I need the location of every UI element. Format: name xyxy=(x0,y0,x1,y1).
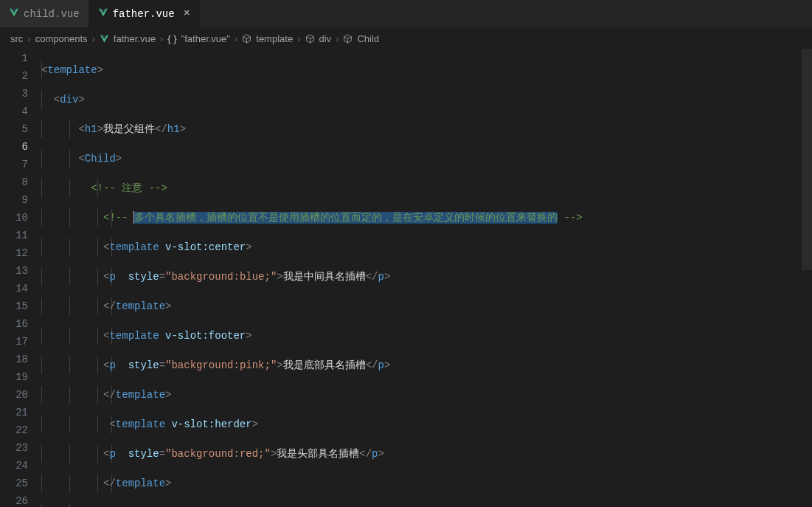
line-number: 3 xyxy=(0,85,41,103)
line-number: 6 xyxy=(0,138,41,156)
p-text: 我是中间具名插槽 xyxy=(283,271,366,283)
line-number: 21 xyxy=(0,404,41,421)
tab-father[interactable]: father.vue × xyxy=(89,0,200,27)
vue-icon xyxy=(9,7,19,21)
vertical-scrollbar[interactable] xyxy=(802,49,812,270)
line-number: 12 xyxy=(0,244,41,262)
code-area[interactable]: <template> <div> <h1>我是父组件</h1> <Child> … xyxy=(41,49,812,507)
p-text: 我是头部具名插槽 xyxy=(277,448,359,460)
breadcrumb-item[interactable]: template xyxy=(256,33,293,44)
breadcrumb-item[interactable]: src xyxy=(10,33,23,44)
line-number: 22 xyxy=(0,421,41,439)
breadcrumb-item[interactable]: "father.vue" xyxy=(181,33,230,44)
p-text: 我是底部具名插槽 xyxy=(283,359,366,371)
slot-attr: v-slot:center xyxy=(165,241,246,253)
line-number: 23 xyxy=(0,439,41,457)
selected-text: 多个具名插槽，插槽的位置不是使用插槽的位置而定的，是在安卓定义的时候的位置来替换… xyxy=(134,212,558,224)
tab-label: child.vue xyxy=(24,8,80,20)
chevron-right-icon: › xyxy=(235,33,237,44)
line-number: 8 xyxy=(0,173,41,191)
style-attr: style xyxy=(128,448,159,460)
cube-icon xyxy=(242,34,251,44)
chevron-right-icon: › xyxy=(297,33,300,44)
breadcrumb-item[interactable]: div xyxy=(319,33,332,44)
chevron-right-icon: › xyxy=(27,33,30,44)
line-number: 24 xyxy=(0,457,41,475)
line-number: 7 xyxy=(0,156,41,173)
line-number: 20 xyxy=(0,386,41,404)
slot-attr: v-slot:herder xyxy=(171,418,251,430)
line-number: 25 xyxy=(0,475,41,492)
tab-child[interactable]: child.vue xyxy=(0,0,89,27)
breadcrumb-item[interactable]: components xyxy=(35,33,88,44)
line-number: 18 xyxy=(0,351,41,368)
slot-attr: v-slot:footer xyxy=(165,330,246,342)
line-number: 14 xyxy=(0,280,41,297)
breadcrumbs[interactable]: src › components › father.vue › { } "fat… xyxy=(0,28,812,49)
chevron-right-icon: › xyxy=(92,33,95,44)
comment-note: 注意 xyxy=(116,182,149,194)
line-number: 5 xyxy=(0,120,41,138)
close-icon[interactable]: × xyxy=(184,7,190,20)
line-number: 11 xyxy=(0,227,41,244)
h1-text: 我是父组件 xyxy=(103,123,155,135)
line-number: 1 xyxy=(0,49,41,67)
breadcrumb-item[interactable]: father.vue xyxy=(114,33,156,44)
breadcrumb-item[interactable]: Child xyxy=(357,33,379,44)
line-number: 17 xyxy=(0,333,41,351)
style-attr: style xyxy=(128,359,159,371)
line-number: 15 xyxy=(0,297,41,315)
line-number: 2 xyxy=(0,67,41,85)
cube-icon xyxy=(305,34,315,44)
line-number-gutter: 1 2 3 4 5 6 7 8 9 10 11 12 13 14 15 16 1… xyxy=(0,49,41,507)
chevron-right-icon: › xyxy=(160,33,163,44)
style-value: "background:red;" xyxy=(165,448,271,460)
tab-label: father.vue xyxy=(113,8,175,20)
line-number: 19 xyxy=(0,368,41,386)
vue-icon xyxy=(98,7,108,21)
tabs-bar: child.vue father.vue × xyxy=(0,0,812,28)
line-number: 9 xyxy=(0,191,41,209)
line-number: 16 xyxy=(0,315,41,333)
style-value: "background:blue;" xyxy=(165,271,277,283)
line-number: 4 xyxy=(0,103,41,120)
line-number: 13 xyxy=(0,262,41,280)
style-value: "background:pink;" xyxy=(165,359,277,371)
line-number: 26 xyxy=(0,492,41,507)
cube-icon xyxy=(343,34,353,44)
line-number: 10 xyxy=(0,209,41,227)
braces-icon: { } xyxy=(167,33,176,44)
vue-icon xyxy=(100,34,109,44)
chevron-right-icon: › xyxy=(336,33,339,44)
editor[interactable]: 1 2 3 4 5 6 7 8 9 10 11 12 13 14 15 16 1… xyxy=(0,49,812,507)
style-attr: style xyxy=(128,271,159,283)
